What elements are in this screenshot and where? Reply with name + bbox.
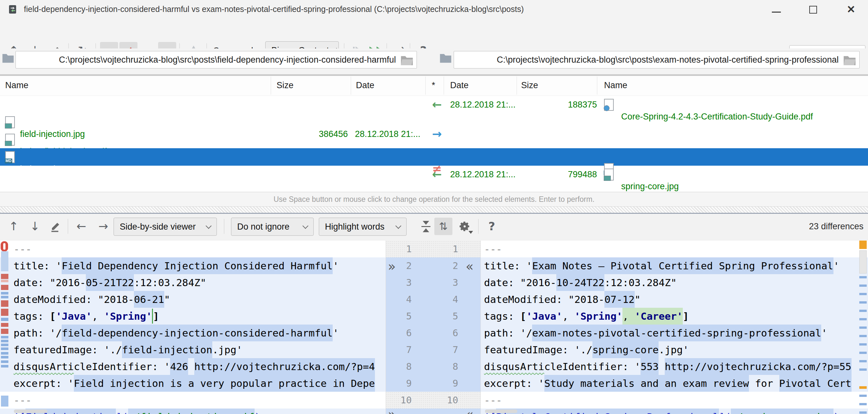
code-segment: field-dependency-injection-considered-ha… (62, 325, 333, 341)
horizontal-scrollbar-right[interactable] (485, 410, 517, 413)
error-stripe-left[interactable] (0, 241, 10, 414)
code-segment: featuredImage: './ (484, 341, 592, 358)
stripe-mark (1, 360, 8, 363)
file-table-row[interactable]: field-injection.jpg38645628.12.2018 21:.… (0, 113, 868, 131)
error-stripe-right[interactable] (858, 241, 868, 414)
viewer-mode-dropdown[interactable]: Side-by-side viewer (114, 218, 217, 236)
file-table-rows: ←28.12.2018 21:...188375Core-Spring-4.2-… (0, 96, 868, 183)
sync-scroll-icon: ⇅ (439, 221, 448, 232)
file-table-row[interactable]: MDindex.md989713.01.2019 19:...≠30.04.20… (0, 148, 868, 166)
horizontal-scrollbar-left[interactable] (14, 410, 48, 413)
folder-icon (2, 53, 14, 63)
toolbar-separator (68, 219, 68, 234)
right-path-field[interactable]: C:\projects\vojtechruzicka-blog\src\post… (454, 51, 860, 68)
diff-pane-left[interactable]: ---title: 'Field Dependency Injection Co… (0, 241, 386, 414)
operation-copy-arrow-icon: ← (425, 166, 448, 183)
column-header-name-left[interactable]: Name (5, 81, 28, 90)
column-header-name-right[interactable]: Name (604, 81, 627, 90)
column-header-date-right[interactable]: Date (450, 81, 468, 90)
stripe-mark (1, 340, 8, 342)
collapse-unchanged-button[interactable] (417, 218, 435, 235)
stripe-mark (859, 318, 867, 320)
editor-settings-button[interactable] (456, 218, 474, 235)
code-segment: Field injection is a very popular practi… (74, 375, 375, 392)
code-segment: http://vojtechruzicka.com/?p=4 (194, 358, 375, 375)
line-number-right: 10 (429, 392, 458, 409)
splitter-handle[interactable] (0, 207, 868, 214)
apply-change-right-chevron[interactable]: » (388, 259, 396, 275)
window-title: field-dependency-injection-considered-ha… (24, 4, 524, 14)
apply-change-left-chevron[interactable]: « (466, 407, 473, 414)
previous-difference-button[interactable]: ↑ (4, 218, 23, 235)
browse-folder-icon[interactable] (400, 55, 413, 66)
line-number-left: 5 (386, 308, 412, 325)
ignore-policy-dropdown[interactable]: Do not ignore (231, 218, 314, 236)
column-header-size-right[interactable]: Size (521, 81, 538, 90)
line-number-right: 2 (429, 257, 458, 274)
viewer-mode-value: Side-by-side viewer (120, 222, 196, 232)
code-line: ![Pivotal Certified Spring Professional]… (481, 409, 868, 414)
title-bar: field-dependency-injection-considered-ha… (0, 0, 868, 19)
code-segment: ./field-injection.gif (128, 409, 255, 414)
highlight-mode-dropdown[interactable]: Highlight words (319, 218, 407, 236)
browse-folder-icon[interactable] (843, 55, 856, 66)
code-line: --- (0, 392, 385, 409)
line-number-left: 1 (386, 241, 412, 257)
stripe-mark (859, 352, 867, 354)
operation-copy-arrow-icon: ← (425, 96, 448, 113)
code-segment: [ (520, 308, 526, 325)
line-number-left: 10 (386, 392, 412, 409)
stripe-mark (859, 241, 867, 249)
apply-change-right-chevron[interactable]: » (388, 407, 396, 414)
code-segment: 'Spring' (575, 308, 622, 325)
code-line: date: "2016-05-21T22:12:03.284Z" (0, 274, 385, 291)
file-table-row[interactable]: ←28.12.2018 21:...188375Core-Spring-4.2-… (0, 96, 868, 113)
next-difference-button[interactable]: ↓ (26, 218, 44, 235)
code-line: featuredImage: './spring-core.jpg' (481, 341, 868, 358)
column-header-size-left[interactable]: Size (277, 81, 293, 90)
stripe-mark (1, 318, 8, 321)
code-segment: .jpg' (212, 341, 242, 358)
code-segment: date: "2016- (13, 274, 86, 291)
code-segment: .jpg' (659, 341, 689, 358)
previous-file-button[interactable]: ← (72, 218, 90, 235)
file-size: 799488 (529, 166, 597, 183)
left-path-value: C:\projects\vojtechruzicka-blog\src\post… (59, 55, 396, 65)
column-header-star-left[interactable]: * (432, 81, 435, 90)
file-table-row[interactable]: ←28.12.2018 21:...799488spring-core.jpg (0, 166, 868, 183)
stripe-mark (1, 365, 8, 367)
stripe-mark (859, 360, 867, 362)
line-number-right: 3 (429, 274, 458, 291)
up-arrow-icon: ↑ (9, 220, 19, 232)
edit-source-button[interactable] (46, 218, 65, 235)
stripe-mark (1, 348, 8, 350)
apply-change-left-chevron[interactable]: « (466, 259, 473, 275)
help-button[interactable]: ? (483, 218, 501, 235)
code-line: path: '/field-dependency-injection-consi… (0, 325, 385, 341)
error-indicator-icon[interactable] (1, 241, 8, 252)
synchronize-scrolling-toggle[interactable]: ⇅ (434, 218, 453, 235)
diff-pane-right[interactable]: ---title: 'Exam Notes – Pivotal Certifie… (480, 241, 868, 414)
column-header-date-left[interactable]: Date (356, 81, 374, 90)
column-separator (444, 77, 444, 95)
left-path-field[interactable]: C:\projects\vojtechruzicka-blog\src\post… (16, 51, 417, 68)
stripe-mark (859, 368, 867, 371)
code-segment (659, 358, 665, 375)
close-button[interactable]: ✕ (847, 3, 856, 16)
img-file-icon (5, 116, 15, 128)
stripe-mark (1, 296, 8, 298)
column-separator (425, 77, 426, 95)
code-segment: " (164, 291, 170, 308)
maximize-button[interactable] (809, 6, 817, 13)
file-table-row[interactable]: indea-field-injection.gif12996328.12.201… (0, 131, 868, 148)
code-segment: date: "2016- (484, 274, 556, 291)
diff-viewer: ---title: 'Field Dependency Injection Co… (0, 241, 868, 414)
code-segment: dateModified: "2018- (484, 291, 604, 308)
minimize-button[interactable] (772, 11, 781, 12)
line-number-left: 3 (386, 274, 412, 291)
chevron-down-icon (395, 223, 401, 229)
stripe-mark (859, 403, 867, 405)
directory-diff-window: field-dependency-injection-considered-ha… (0, 0, 868, 414)
next-file-button[interactable]: → (94, 218, 112, 235)
operation-hint-bar: Use Space button or mouse click to chang… (0, 192, 868, 207)
